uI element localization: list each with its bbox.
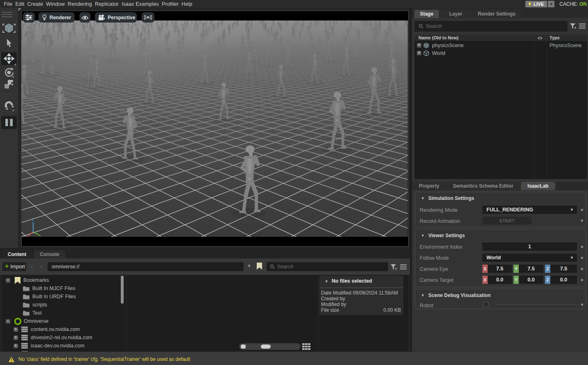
svg-text:Y: Y xyxy=(41,236,44,237)
svg-text:Z: Z xyxy=(32,218,34,222)
